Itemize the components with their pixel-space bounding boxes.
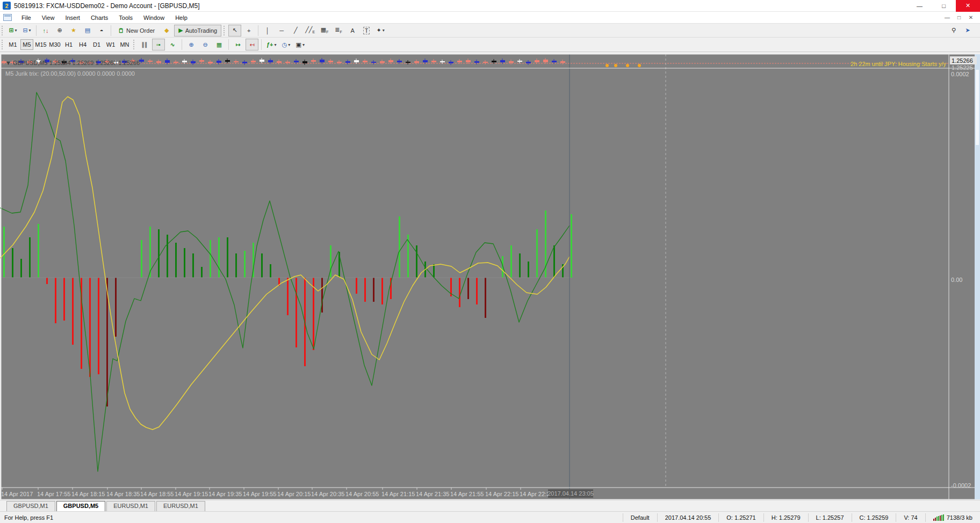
trix-histogram-bar xyxy=(175,243,177,278)
trix-histogram-bar xyxy=(364,278,366,302)
trix-histogram-bar xyxy=(261,253,263,278)
chart-tab-eurusd-m1-2[interactable]: EURUSD,M1 xyxy=(106,501,155,511)
terminal-button[interactable]: ▤ xyxy=(81,25,94,37)
candlestick-button[interactable]: ▫▪ xyxy=(152,39,165,50)
fibonacci-tool[interactable]: ≣F xyxy=(332,25,345,37)
tile-windows-icon: ▦ xyxy=(217,41,222,48)
community-button[interactable]: ➤ xyxy=(961,25,974,37)
time-axis-label: 14 Apr 21:55 xyxy=(450,491,484,497)
trix-histogram-bar xyxy=(158,229,160,278)
timeframe-m5-button[interactable]: M5 xyxy=(20,39,33,50)
child-close-button[interactable]: ✕ xyxy=(966,14,976,20)
market-watch-button[interactable]: ↑↓ xyxy=(39,25,52,37)
timeframe-w1-button[interactable]: W1 xyxy=(104,39,117,50)
candle-body xyxy=(182,61,187,62)
bar-chart-button[interactable]: ∥∥ xyxy=(138,39,151,50)
horizontal-line-tool[interactable]: ─ xyxy=(275,25,288,37)
tile-windows-button[interactable]: ▦ xyxy=(213,39,226,50)
zoom-out-button[interactable]: ⊖ xyxy=(199,39,212,50)
timeframe-h4-button[interactable]: H4 xyxy=(76,39,89,50)
menu-charts[interactable]: Charts xyxy=(85,13,113,23)
status-connection: 7138/3 kb xyxy=(925,513,980,522)
menu-file[interactable]: File xyxy=(16,13,37,23)
trix-histogram-bar xyxy=(210,240,211,278)
candle-body xyxy=(337,62,342,63)
cursor-tool-button[interactable]: ↖ xyxy=(228,25,241,37)
menu-tools[interactable]: Tools xyxy=(113,13,138,23)
status-profile[interactable]: Default xyxy=(623,513,657,522)
fibonacci-grid-tool[interactable]: ▦F xyxy=(318,25,331,37)
chart-tab-gbpusd-m5-1[interactable]: GBPUSD,M5 xyxy=(56,501,105,511)
trendline-icon: ╱ xyxy=(294,27,298,34)
time-axis-label: 14 Apr 22:15 xyxy=(485,491,518,497)
menu-insert[interactable]: Insert xyxy=(60,13,85,23)
autotrading-button[interactable]: ▶ AutoTrading xyxy=(174,25,221,37)
chart-tab-eurusd-m1-3[interactable]: EURUSD,M1 xyxy=(156,501,205,511)
candle-body xyxy=(552,61,557,62)
metaeditor-button[interactable]: ◆ xyxy=(160,25,173,37)
chart-tab-gbpusd-m1-0[interactable]: GBPUSD,M1 xyxy=(6,501,55,511)
maximize-button[interactable]: □ xyxy=(932,0,956,12)
market-watch-icon: ↑↓ xyxy=(43,27,49,34)
vertical-line-icon: │ xyxy=(266,27,270,34)
auto-scroll-button[interactable]: ↦ xyxy=(232,39,244,50)
new-chart-button[interactable]: ⊞▾ xyxy=(6,25,19,37)
minimize-button[interactable]: ― xyxy=(907,0,932,12)
templates-button[interactable]: ▣▾ xyxy=(294,39,307,50)
timeframe-mn-button[interactable]: MN xyxy=(118,39,131,50)
timeframe-m30-button[interactable]: M30 xyxy=(48,39,61,50)
trendline-tool[interactable]: ╱ xyxy=(289,25,302,37)
zoom-in-button[interactable]: ⊕ xyxy=(185,39,198,50)
symbol-ohlc-header: ▼ GBPUSD,M5 1.25264 1.25269 1.25260 1.25… xyxy=(5,60,140,66)
child-restore-button[interactable]: □ xyxy=(954,14,964,20)
gbpusd-m5-chart[interactable]: 2h 22m until JPY: Housing Starts y/y▼ GB… xyxy=(0,52,980,500)
channel-icon: ╱╱E xyxy=(305,26,315,34)
chart-area[interactable]: 2h 22m until JPY: Housing Starts y/y▼ GB… xyxy=(0,52,980,500)
trix-histogram-bar xyxy=(459,278,460,307)
candle-body xyxy=(492,61,496,62)
crosshair-tool-button[interactable]: + xyxy=(242,25,255,37)
menu-window[interactable]: Window xyxy=(138,13,170,23)
trix-histogram-bar xyxy=(89,278,91,377)
timeframe-m15-button[interactable]: M15 xyxy=(34,39,47,50)
trix-histogram-bar xyxy=(38,224,39,278)
strategy-tester-button[interactable]: ◓ xyxy=(95,25,108,37)
equidistant-channel-tool[interactable]: ╱╱E xyxy=(303,25,317,37)
zoom-in-icon: ⊕ xyxy=(189,41,193,48)
menu-help[interactable]: Help xyxy=(170,13,193,23)
candle-body xyxy=(560,61,565,63)
child-minimize-button[interactable]: ― xyxy=(942,14,952,20)
chart-window-icon[interactable] xyxy=(3,14,12,21)
chart-shift-button[interactable]: ↤ xyxy=(246,39,258,50)
profiles-button[interactable]: ⊟▾ xyxy=(20,25,33,37)
navigator-button[interactable]: ★ xyxy=(67,25,80,37)
new-order-button[interactable]: 🗒︎ New Order xyxy=(114,25,159,37)
text-label-tool[interactable]: T xyxy=(360,25,373,37)
arrows-tool[interactable]: ✦▾ xyxy=(374,25,387,37)
indicators-button[interactable]: ƒ+▾ xyxy=(264,39,279,50)
news-countdown-text: 2h 22m until JPY: Housing Starts y/y xyxy=(851,61,946,67)
search-button[interactable]: ⚲ xyxy=(947,25,960,37)
time-axis-label: 14 Apr 21:15 xyxy=(381,491,415,497)
trix-histogram-bar xyxy=(184,248,185,278)
chart-background[interactable] xyxy=(1,54,976,499)
candle-body xyxy=(277,61,282,63)
indicator-label: M5 Jurik trix: (20.00,50.00) 0.0000 0.00… xyxy=(5,70,135,77)
candle-body xyxy=(543,60,548,62)
time-axis-label: 14 Apr 21:35 xyxy=(416,491,449,497)
text-tool[interactable]: A xyxy=(346,25,359,37)
timeframe-h1-button[interactable]: H1 xyxy=(62,39,75,50)
fibonacci-icon: ≣F xyxy=(335,26,342,34)
timeframe-d1-button[interactable]: D1 xyxy=(90,39,103,50)
indicator-scale-label: 0.00 xyxy=(951,277,962,283)
time-axis-label: 14 Apr 20:55 xyxy=(345,491,379,497)
trix-histogram-bar xyxy=(72,278,74,345)
periods-button[interactable]: ◷▾ xyxy=(280,39,293,50)
close-button[interactable]: ✕ xyxy=(956,0,980,12)
menu-view[interactable]: View xyxy=(37,13,60,23)
trix-histogram-bar xyxy=(218,237,220,278)
timeframe-m1-button[interactable]: M1 xyxy=(6,39,19,50)
data-window-button[interactable]: ⊕ xyxy=(53,25,66,37)
line-chart-button[interactable]: ∿ xyxy=(166,39,179,50)
vertical-line-tool[interactable]: │ xyxy=(261,25,274,37)
